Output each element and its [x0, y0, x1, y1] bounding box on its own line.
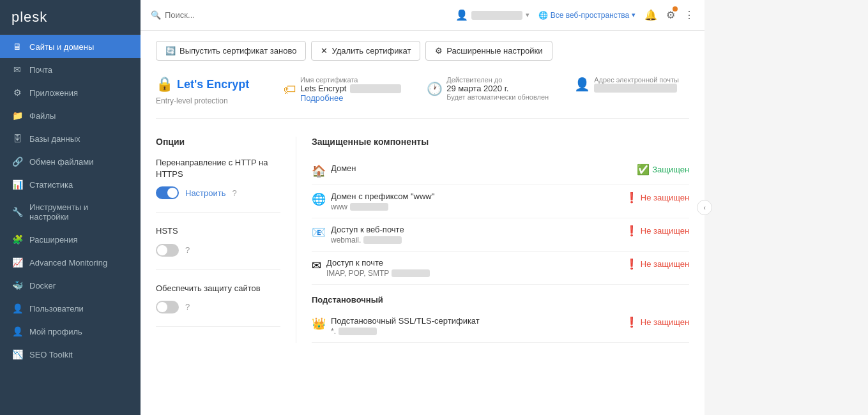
advanced-settings-button[interactable]: ⚙ Расширенные настройки: [425, 41, 552, 61]
reissue-icon: 🔄: [165, 46, 176, 56]
component-icon: 🌐: [312, 192, 326, 206]
sidebar-label-extensions: Расширения: [29, 235, 78, 245]
component-name: Подстановочный SSL/TLS-сертификат: [331, 316, 480, 326]
sidebar-item-apps[interactable]: ⚙Приложения: [0, 81, 141, 104]
components-panel: Защищенные компоненты 🏠 Домен ✅ Защищен …: [296, 137, 689, 343]
status-label: Не защищен: [641, 317, 689, 327]
user-icon: 👤: [455, 9, 468, 21]
component-info: 📧 Доступ к веб-почте webmail.: [312, 225, 404, 245]
more-options-icon[interactable]: ⋮: [684, 9, 694, 21]
bell-icon[interactable]: 🔔: [644, 9, 657, 21]
component-row: 📧 Доступ к веб-почте webmail. ❗ Не защищ…: [312, 218, 689, 252]
topbar: 🔍 👤 ▾ 🌐 Все веб-пространства ▾ 🔔 ⚙: [141, 0, 704, 31]
status-label: Не защищен: [641, 259, 689, 269]
cog-icon[interactable]: ⚙: [666, 9, 675, 21]
toolbar: 🔄 Выпустить сертификат заново ✕ Удалить …: [156, 41, 689, 61]
component-name: Домен: [331, 163, 356, 173]
configure-link[interactable]: Настроить: [185, 188, 226, 198]
databases-icon: 🗄: [11, 133, 23, 144]
delete-cert-button[interactable]: ✕ Удалить сертификат: [311, 41, 420, 61]
sidebar-item-extensions[interactable]: 🧩Расширения: [0, 228, 141, 251]
cert-details-link[interactable]: Подробнее: [300, 93, 343, 103]
component-row: 👑 Подстановочный SSL/TLS-сертификат *. ❗…: [312, 310, 689, 343]
hsts-toggle[interactable]: [156, 244, 179, 257]
wildcard-title: Подстановочный: [312, 295, 689, 305]
sidebar-item-share[interactable]: 🔗Обмен файлами: [0, 150, 141, 173]
topbar-username-blurred: [471, 11, 522, 20]
globe-icon: 🌐: [538, 11, 548, 20]
user-chevron-icon: ▾: [526, 11, 529, 19]
two-col-layout: Опции Перенаправление с HTTP на HTTPS На…: [156, 137, 689, 343]
sidebar: plesk 🖥Сайты и домены✉Почта⚙Приложения📁Ф…: [0, 0, 141, 415]
reissue-cert-button[interactable]: 🔄 Выпустить сертификат заново: [156, 41, 306, 61]
stats-icon: 📊: [11, 179, 23, 190]
component-status: ✅ Защищен: [637, 163, 689, 176]
cert-info: 🔒 Let's Encrypt Entry-level protection 🏷…: [156, 76, 689, 119]
component-status: ❗ Не защищен: [625, 258, 689, 270]
component-row: 🏠 Домен ✅ Защищен: [312, 157, 689, 185]
cert-email-label: Адрес электронной почты: [594, 76, 679, 84]
protect-toggle[interactable]: [156, 301, 179, 313]
search-input[interactable]: [165, 10, 305, 20]
profile-icon: 👤: [11, 326, 23, 336]
delete-label: Удалить сертификат: [331, 46, 411, 56]
component-status: ❗ Не защищен: [625, 316, 689, 328]
cert-email-blurred: [594, 84, 677, 93]
users-icon: 👤: [11, 303, 23, 313]
sidebar-item-databases[interactable]: 🗄Базы данных: [0, 127, 141, 150]
sidebar-item-stats[interactable]: 📊Статистика: [0, 173, 141, 196]
cert-email-value: [594, 84, 679, 93]
sidebar-label-users: Пользователи: [29, 304, 84, 313]
redirect-help-icon[interactable]: ?: [232, 188, 237, 198]
globe-chevron-icon: ▾: [632, 11, 636, 19]
status-label: Не защищен: [641, 226, 689, 236]
content-area: 🔄 Выпустить сертификат заново ✕ Удалить …: [141, 31, 704, 415]
redirect-toggle[interactable]: [156, 186, 179, 199]
component-sub-blurred: [339, 328, 377, 335]
sidebar-item-files[interactable]: 📁Файлы: [0, 104, 141, 127]
letsencrypt-icon: 🔒: [156, 76, 173, 93]
status-label: Не защищен: [641, 193, 689, 202]
cert-valid-label: Действителен до: [446, 76, 549, 84]
sidebar-label-docker: Docker: [29, 281, 56, 290]
sidebar-collapse-button[interactable]: ‹: [697, 200, 712, 215]
topbar-globe[interactable]: 🌐 Все веб-пространства ▾: [538, 11, 636, 20]
options-title: Опции: [156, 137, 280, 147]
sidebar-item-seo[interactable]: 📉SEO Toolkit: [0, 343, 141, 366]
cert-auto-renew: Будет автоматически обновлен: [446, 93, 549, 101]
app-logo: plesk: [0, 0, 141, 35]
options-panel: Опции Перенаправление с HTTP на HTTPS На…: [156, 137, 296, 343]
sidebar-item-profile[interactable]: 👤Мой профиль: [0, 320, 141, 343]
component-info: 👑 Подстановочный SSL/TLS-сертификат *.: [312, 316, 480, 336]
redirect-label: Перенаправление с HTTP на HTTPS: [156, 157, 280, 180]
component-name: Доступ к почте: [326, 258, 430, 268]
status-label: Защищен: [652, 165, 689, 174]
sidebar-item-docker[interactable]: 🐳Docker: [0, 274, 141, 297]
cert-logo-title: 🔒 Let's Encrypt: [156, 76, 249, 93]
component-info: ✉ Доступ к почте IMAP, POP, SMTP: [312, 258, 430, 278]
protect-help-icon[interactable]: ?: [185, 302, 190, 312]
status-icon: ❗: [625, 192, 638, 204]
sidebar-label-tools: Инструменты и настройки: [29, 202, 129, 222]
sidebar-label-databases: Базы данных: [29, 134, 80, 144]
cert-email-field: 👤 Адрес электронной почты: [574, 76, 689, 93]
component-info: 🏠 Домен: [312, 163, 356, 178]
sidebar-label-mail: Почта: [29, 65, 52, 75]
sidebar-item-users[interactable]: 👤Пользователи: [0, 297, 141, 320]
sidebar-item-sites[interactable]: 🖥Сайты и домены: [0, 35, 141, 58]
protect-label: Обеспечить защиту сайтов: [156, 283, 280, 294]
sidebar-label-stats: Статистика: [29, 180, 73, 190]
cert-name-icon: 🏷: [284, 82, 296, 97]
sidebar-item-monitoring[interactable]: 📈Advanced Monitoring: [0, 251, 141, 274]
component-sub-blurred: [392, 269, 430, 277]
sidebar-label-apps: Приложения: [29, 88, 78, 98]
sidebar-item-mail[interactable]: ✉Почта: [0, 58, 141, 81]
topbar-user[interactable]: 👤 ▾: [455, 9, 529, 21]
delete-icon: ✕: [321, 46, 328, 56]
hsts-help-icon[interactable]: ?: [185, 245, 190, 255]
cert-valid-value: 29 марта 2020 г.: [446, 84, 549, 93]
components-list: 🏠 Домен ✅ Защищен 🌐 Домен с префиксом "w…: [312, 157, 689, 285]
sidebar-item-tools[interactable]: 🔧Инструменты и настройки: [0, 196, 141, 228]
monitoring-icon: 📈: [11, 257, 23, 268]
hsts-label: HSTS: [156, 225, 280, 237]
